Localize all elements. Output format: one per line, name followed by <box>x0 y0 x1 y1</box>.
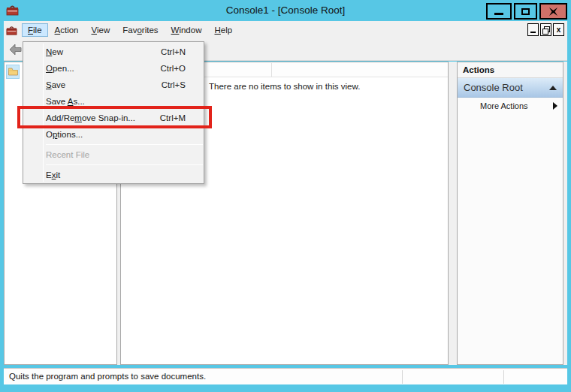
actions-pane: Actions Console Root More Actions <box>457 62 563 365</box>
statusbar-divider <box>503 370 504 384</box>
close-icon <box>548 8 558 16</box>
titlebar: Console1 - [Console Root] <box>0 0 571 21</box>
status-message: Quits the program and prompts to save do… <box>9 369 206 384</box>
menu-favorites[interactable]: Favorites <box>116 23 164 37</box>
folder-icon <box>8 68 18 76</box>
maximize-button[interactable] <box>514 3 537 20</box>
child-minimize-button[interactable] <box>527 23 539 36</box>
column-divider[interactable] <box>271 63 272 77</box>
file-menu-new[interactable]: New Ctrl+N <box>23 44 204 60</box>
chevron-up-icon <box>549 86 557 90</box>
menu-separator <box>46 164 203 165</box>
file-menu-recent-file: Recent File <box>23 146 204 163</box>
more-actions-label: More Actions <box>480 101 553 110</box>
empty-view-message: There are no items to show in this view. <box>209 82 360 91</box>
file-menu-options[interactable]: Options... <box>23 126 204 143</box>
menu-action[interactable]: Action <box>49 23 85 37</box>
chevron-right-icon <box>553 102 557 110</box>
back-arrow-icon[interactable] <box>8 44 23 56</box>
statusbar-divider <box>402 370 403 384</box>
minimize-icon <box>494 13 503 15</box>
child-window-controls: x <box>527 23 564 36</box>
menu-view[interactable]: View <box>86 23 116 37</box>
minimize-icon <box>530 32 536 33</box>
menubar: File Action View Favorites Window Help x <box>4 21 567 39</box>
statusbar: Quits the program and prompts to save do… <box>4 368 567 384</box>
close-button[interactable] <box>539 3 567 20</box>
shortcut-label: Ctrl+O <box>160 64 186 73</box>
mmc-toolbox-icon-small <box>6 25 17 36</box>
window-title: Console1 - [Console Root] <box>0 0 571 21</box>
file-menu-save[interactable]: Save Ctrl+S <box>23 77 204 93</box>
actions-pane-title: Actions <box>458 62 563 78</box>
minimize-button[interactable] <box>486 3 512 20</box>
more-actions-item[interactable]: More Actions <box>458 98 563 114</box>
child-restore-button[interactable] <box>540 23 551 36</box>
menu-window[interactable]: Window <box>165 23 208 37</box>
tree-node-console-root[interactable] <box>6 65 20 79</box>
close-icon: x <box>557 26 561 34</box>
actions-group-console-root[interactable]: Console Root <box>458 78 563 98</box>
shortcut-label: Ctrl+N <box>161 47 186 56</box>
file-menu-open[interactable]: Open... Ctrl+O <box>23 60 204 77</box>
maximize-icon <box>521 8 530 15</box>
menu-help[interactable]: Help <box>208 23 238 37</box>
shortcut-label: Ctrl+S <box>162 80 186 89</box>
file-menu-exit[interactable]: Exit <box>23 167 204 183</box>
annotation-highlight-box <box>17 106 212 128</box>
actions-group-label: Console Root <box>464 82 549 93</box>
child-close-button[interactable]: x <box>553 23 564 36</box>
restore-icon <box>542 26 549 33</box>
menu-separator <box>46 144 203 145</box>
menu-file[interactable]: File <box>22 23 48 37</box>
mmc-window: Console1 - [Console Root] File Action Vi… <box>0 0 571 392</box>
